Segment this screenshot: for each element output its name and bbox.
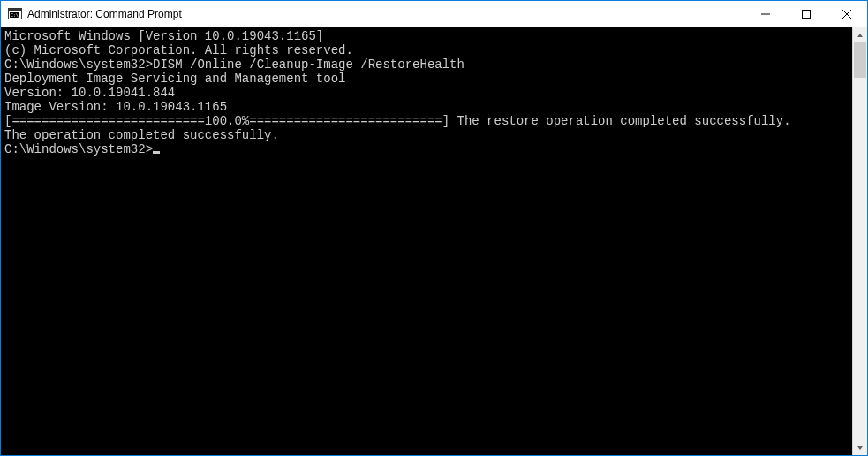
close-button[interactable]: [826, 1, 867, 27]
console-line: The operation completed successfully.: [4, 128, 849, 142]
scroll-thumb[interactable]: [854, 42, 866, 78]
vertical-scrollbar[interactable]: [852, 27, 867, 455]
minimize-button[interactable]: [745, 1, 786, 27]
titlebar[interactable]: C:\ Administrator: Command Prompt: [1, 1, 867, 27]
console-line: Version: 10.0.19041.844: [4, 86, 849, 100]
console-line: (c) Microsoft Corporation. All rights re…: [4, 43, 849, 57]
console-prompt[interactable]: C:\Windows\system32>: [4, 142, 849, 156]
window-title: Administrator: Command Prompt: [27, 8, 182, 20]
console-line: Deployment Image Servicing and Managemen…: [4, 72, 849, 86]
svg-rect-4: [803, 10, 811, 18]
svg-rect-1: [9, 8, 22, 11]
maximize-button[interactable]: [786, 1, 826, 27]
console-line: Image Version: 10.0.19043.1165: [4, 100, 849, 114]
console-body: Microsoft Windows [Version 10.0.19043.11…: [1, 27, 867, 455]
console-line: [==========================100.0%=======…: [4, 114, 849, 128]
console-line: Microsoft Windows [Version 10.0.19043.11…: [4, 29, 849, 43]
scroll-up-button[interactable]: [853, 27, 867, 42]
console-line: C:\Windows\system32>DISM /Online /Cleanu…: [4, 57, 849, 72]
console-output[interactable]: Microsoft Windows [Version 10.0.19043.11…: [1, 27, 852, 455]
prompt-text: C:\Windows\system32>: [4, 142, 153, 156]
scroll-down-button[interactable]: [853, 440, 867, 455]
cmd-icon: C:\: [8, 7, 22, 21]
cursor: [153, 151, 160, 154]
command-prompt-window: C:\ Administrator: Command Prompt Micros…: [0, 0, 868, 456]
svg-text:C:\: C:\: [11, 12, 19, 18]
